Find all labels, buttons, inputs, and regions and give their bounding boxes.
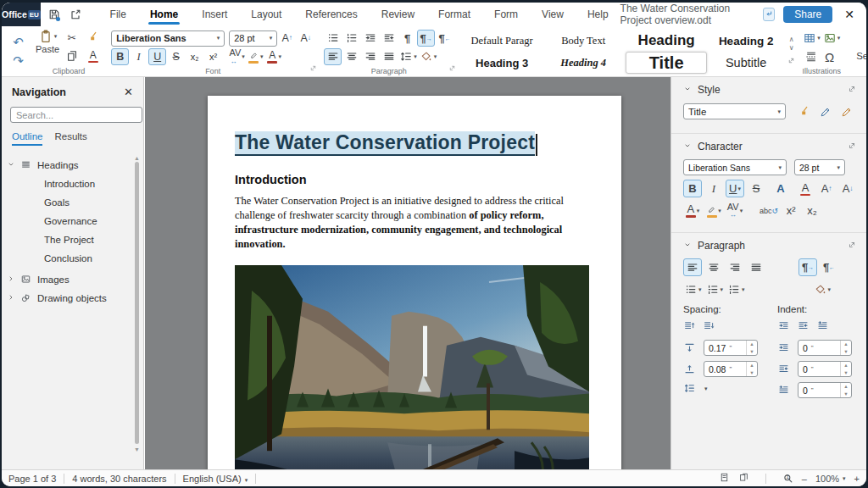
font-name-combobox[interactable]: Liberation Sans▾ (683, 159, 787, 175)
highlight-color-button[interactable]: ▾ (704, 202, 723, 219)
increase-indent-button[interactable] (361, 30, 379, 47)
tree-item-conclusion[interactable]: Conclusion (2, 249, 143, 268)
clone-formatting-button[interactable] (795, 103, 814, 120)
tab-outline[interactable]: Outline (12, 131, 42, 146)
italic-button[interactable]: I (130, 48, 147, 65)
menu-insert[interactable]: Insert (190, 4, 239, 25)
justify-button[interactable] (747, 258, 765, 276)
language-selector[interactable]: English (USA) ▾ (183, 474, 248, 484)
line-spacing-button[interactable]: ▾ (398, 48, 418, 65)
style-subtitle[interactable]: Subtitle (710, 52, 782, 74)
font-size-combobox[interactable]: 28 pt▾ (229, 30, 277, 47)
strikethrough-button[interactable]: S (167, 48, 185, 65)
document-page[interactable]: The Water Conservation Project Introduct… (208, 96, 621, 469)
right-to-left-button[interactable]: ¶← (436, 30, 453, 47)
subscript-button[interactable]: x₂ (803, 202, 821, 219)
spinner-arrows[interactable]: ▲▼ (840, 362, 851, 376)
align-left-button[interactable] (324, 48, 342, 65)
style-default-paragraph[interactable]: Default Paragr (463, 30, 541, 52)
font-name-combobox[interactable]: Liberation Sans▾ (111, 30, 225, 47)
chevron-down-icon[interactable] (683, 84, 692, 96)
paragraph-background-button[interactable]: ▾ (813, 280, 832, 298)
styles-scroll-down-icon[interactable]: ∨ (789, 45, 794, 53)
zoom-in-button[interactable]: + (854, 474, 860, 484)
style-heading-4[interactable]: Heading 4 (544, 52, 622, 74)
align-right-button[interactable] (726, 258, 744, 276)
superscript-button[interactable]: x² (782, 202, 800, 219)
strikethrough-button[interactable]: S (747, 180, 765, 197)
cut-button[interactable]: ✂ (63, 29, 81, 46)
style-heading-2[interactable]: Heading 2 (710, 30, 782, 52)
decrease-indent-button[interactable] (380, 30, 398, 47)
word-count-label[interactable]: 4 words, 30 characters (72, 474, 166, 484)
italic-button[interactable]: I (704, 180, 723, 197)
insert-table-button[interactable]: ▾ (802, 30, 821, 47)
menu-view[interactable]: View (530, 4, 576, 25)
styles-more-icon[interactable] (787, 53, 795, 68)
indent-after-field[interactable]: 0" ▲▼ (798, 361, 852, 377)
document-image-landscape[interactable] (235, 265, 589, 469)
underline-button[interactable]: U (148, 48, 166, 65)
chevron-down-icon[interactable] (683, 240, 692, 252)
clear-formatting-button[interactable]: A (796, 180, 815, 197)
indent-before-field[interactable]: 0" ▲▼ (798, 340, 852, 356)
zoom-level-selector[interactable]: 100%▾ (815, 474, 846, 484)
subscript-button[interactable]: x₂ (186, 48, 203, 65)
increase-paragraph-spacing-icon[interactable] (683, 319, 696, 335)
paragraph-dialog-launcher-icon[interactable] (448, 60, 456, 75)
new-style-button[interactable] (837, 103, 856, 120)
character-spacing-button[interactable]: AV↔▾ (726, 202, 744, 219)
tab-results[interactable]: Results (54, 131, 86, 146)
document-heading-introduction[interactable]: Introduction (235, 173, 594, 186)
tree-item-headings[interactable]: Headings (2, 156, 143, 175)
menu-layout[interactable]: Layout (239, 4, 293, 25)
clone-formatting-button[interactable] (84, 29, 102, 46)
open-in-new-window-button[interactable] (69, 6, 83, 23)
paragraph-dialog-launcher-icon[interactable] (848, 240, 856, 252)
style-heading-3[interactable]: Heading 3 (463, 52, 541, 74)
tree-item-drawing-objects[interactable]: Drawing objects (2, 289, 143, 308)
navigation-search-input[interactable] (10, 107, 142, 123)
ribbon-search-button[interactable]: Search (846, 28, 866, 76)
insert-image-button[interactable]: ▾ (822, 30, 842, 47)
insert-page-break-button[interactable] (802, 48, 820, 65)
document-title-text[interactable]: The Water Conservation Project (235, 131, 535, 156)
decrease-indent-icon[interactable] (797, 319, 810, 335)
numbered-list-button[interactable]: ▾ (705, 280, 725, 298)
style-title-selected[interactable]: Title (626, 52, 707, 74)
character-spacing-button[interactable]: AV↔▾ (228, 48, 246, 65)
bullet-list-button[interactable] (324, 30, 342, 47)
character-dialog-launcher-icon[interactable] (848, 141, 856, 152)
grow-font-button[interactable]: A↑ (278, 30, 296, 47)
paragraph-background-button[interactable]: ▾ (419, 48, 438, 65)
align-left-button[interactable] (683, 258, 702, 276)
left-to-right-button[interactable]: ¶→ (798, 258, 817, 276)
navigation-close-button[interactable]: ✕ (124, 86, 133, 98)
superscript-button[interactable]: x² (204, 48, 222, 65)
spinner-arrows[interactable]: ▲▼ (746, 362, 757, 376)
bullet-list-button[interactable]: ▾ (683, 280, 703, 298)
paragraph-style-combobox[interactable]: Title▾ (683, 103, 786, 119)
page-count-label[interactable]: Page 1 of 3 (8, 474, 56, 484)
menu-form[interactable]: Form (482, 4, 530, 25)
share-button[interactable]: Share (783, 6, 832, 23)
shrink-font-button[interactable]: A↓ (838, 180, 857, 197)
menu-review[interactable]: Review (370, 4, 426, 25)
outline-list-button[interactable]: ▾ (726, 280, 746, 298)
tree-item-the-project[interactable]: The Project (2, 230, 143, 249)
chevron-right-icon[interactable] (2, 293, 20, 303)
save-button[interactable] (47, 6, 62, 23)
style-dialog-launcher-icon[interactable] (848, 84, 856, 96)
chevron-right-icon[interactable] (2, 274, 20, 285)
line-spacing-caret[interactable]: ▾ (704, 385, 708, 392)
special-character-button[interactable]: Ω (821, 48, 838, 65)
formatting-marks-button[interactable]: ¶ (398, 30, 416, 47)
spinner-arrows[interactable]: ▲▼ (840, 383, 851, 397)
chevron-down-icon[interactable] (683, 141, 692, 152)
style-heading-1[interactable]: Heading (626, 30, 707, 52)
styles-scroll-up-icon[interactable]: ∧ (789, 36, 794, 44)
tree-item-images[interactable]: Images (2, 270, 143, 289)
zoom-out-button[interactable]: – (802, 474, 807, 484)
menu-references[interactable]: References (293, 4, 369, 25)
redo-button[interactable]: ↷ (9, 53, 27, 69)
